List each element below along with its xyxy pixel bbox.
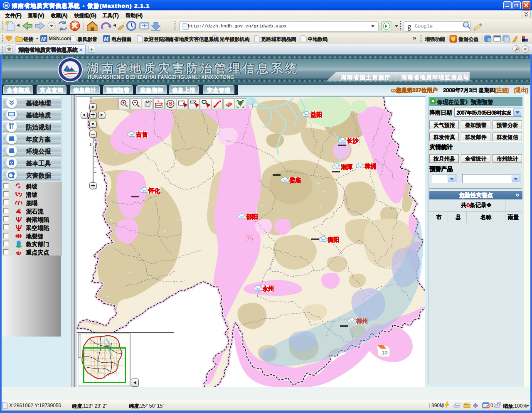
svg-text:?: ? bbox=[157, 100, 160, 104]
svg-text:S: S bbox=[169, 101, 172, 107]
svg-text:M: M bbox=[104, 36, 109, 42]
svg-text:Google: Google bbox=[415, 24, 433, 30]
svg-text:g: g bbox=[407, 22, 411, 31]
svg-text:10: 10 bbox=[382, 349, 387, 356]
svg-text:M: M bbox=[41, 36, 46, 42]
